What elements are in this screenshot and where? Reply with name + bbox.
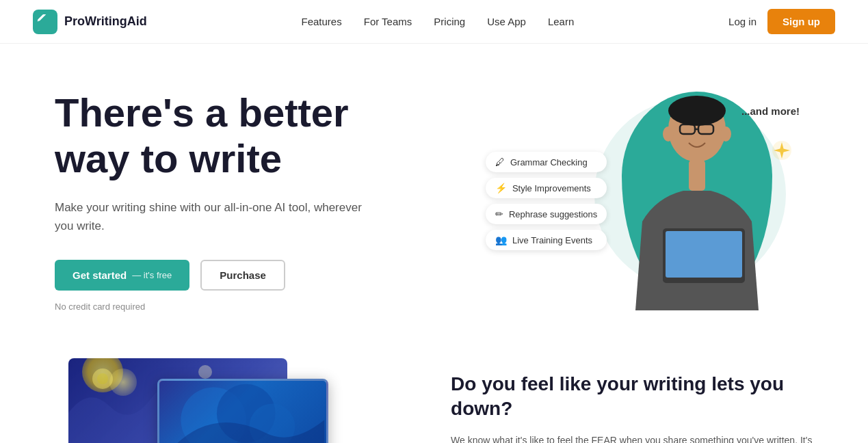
feature-pills: 🖊 Grammar Checking ⚡ Style Improvements … bbox=[486, 152, 607, 250]
svg-point-15 bbox=[97, 373, 108, 384]
pill-style: ⚡ Style Improvements bbox=[486, 178, 607, 198]
svg-rect-12 bbox=[689, 160, 705, 191]
no-credit-card-text: No credit card required bbox=[55, 301, 472, 312]
artwork-container: My idea in my head bbox=[55, 358, 396, 443]
artwork-stack: My idea in my head bbox=[55, 358, 301, 443]
nav-features[interactable]: Features bbox=[302, 16, 342, 27]
hero-subtitle: Make your writing shine with our all-in-… bbox=[55, 198, 383, 235]
hero-illustration: 🖊 Grammar Checking ⚡ Style Improvements … bbox=[472, 85, 813, 317]
second-right: Do you feel like your writing lets you d… bbox=[451, 358, 813, 443]
svg-rect-11 bbox=[653, 283, 755, 288]
navbar: ProWritingAid Features For Teams Pricing… bbox=[0, 0, 868, 44]
logo-icon bbox=[33, 10, 57, 34]
svg-point-8 bbox=[720, 126, 731, 142]
pill-rephrase: ✏ Rephrase suggestions bbox=[486, 204, 607, 224]
svg-point-6 bbox=[668, 96, 726, 126]
svg-rect-10 bbox=[666, 231, 742, 278]
pill-training: 👥 Live Training Events bbox=[486, 230, 607, 250]
hero-title: There's a better way to write bbox=[55, 90, 472, 181]
hero-section: There's a better way to write Make your … bbox=[0, 44, 868, 345]
hero-left: There's a better way to write Make your … bbox=[55, 90, 472, 312]
pill-grammar: 🖊 Grammar Checking bbox=[486, 152, 607, 172]
artwork-front bbox=[157, 379, 328, 443]
more-text: ...and more! bbox=[741, 105, 800, 117]
purchase-button[interactable]: Purchase bbox=[200, 260, 285, 291]
svg-rect-1 bbox=[38, 14, 47, 21]
section-body: We know what it's like to feel the FEAR … bbox=[451, 433, 813, 443]
signup-button[interactable]: Sign up bbox=[767, 9, 835, 34]
nav-pricing[interactable]: Pricing bbox=[434, 16, 465, 27]
nav-use-app[interactable]: Use App bbox=[487, 16, 526, 27]
hero-right: 🖊 Grammar Checking ⚡ Style Improvements … bbox=[472, 85, 813, 317]
nav-actions: Log in Sign up bbox=[728, 9, 835, 34]
person-figure bbox=[615, 85, 779, 310]
second-section: My idea in my head Do you feel like your… bbox=[0, 345, 868, 443]
section-title: Do you feel like your writing lets you d… bbox=[451, 372, 813, 422]
login-button[interactable]: Log in bbox=[728, 16, 757, 27]
logo[interactable]: ProWritingAid bbox=[33, 10, 147, 34]
brand-name: ProWritingAid bbox=[64, 14, 147, 29]
star-badge bbox=[771, 139, 793, 165]
nav-links: Features For Teams Pricing Use App Learn bbox=[302, 16, 575, 28]
nav-learn[interactable]: Learn bbox=[548, 16, 574, 27]
svg-point-7 bbox=[663, 126, 674, 142]
get-started-button[interactable]: Get started — it's free bbox=[55, 260, 189, 291]
svg-point-16 bbox=[198, 365, 212, 379]
hero-buttons: Get started — it's free Purchase bbox=[55, 260, 472, 291]
nav-for-teams[interactable]: For Teams bbox=[364, 16, 412, 27]
